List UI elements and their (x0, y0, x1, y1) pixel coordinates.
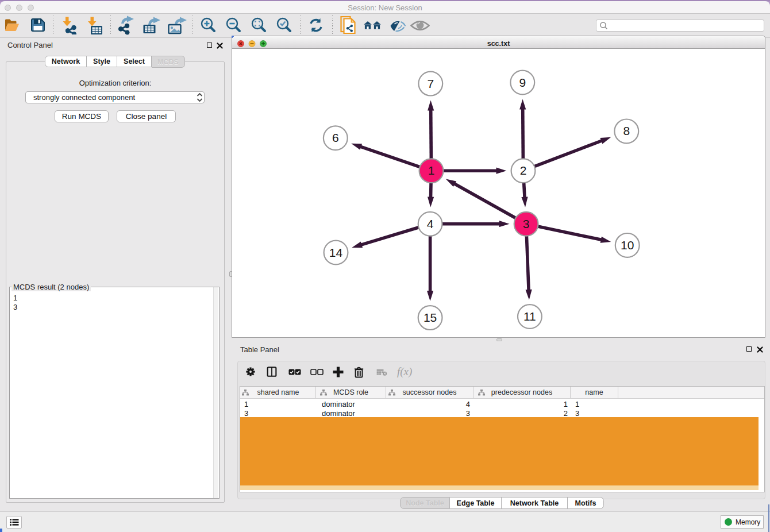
svg-text:9: 9 (519, 76, 526, 89)
svg-text:6: 6 (332, 131, 339, 144)
svg-text:15: 15 (424, 311, 437, 324)
svg-text:14: 14 (329, 246, 343, 259)
svg-text:2: 2 (520, 164, 527, 177)
svg-text:11: 11 (523, 310, 536, 323)
svg-text:8: 8 (623, 124, 630, 137)
svg-text:10: 10 (621, 238, 634, 252)
svg-text:3: 3 (523, 217, 530, 230)
svg-text:7: 7 (427, 77, 434, 90)
svg-text:1: 1 (428, 164, 435, 177)
svg-text:4: 4 (427, 217, 434, 230)
